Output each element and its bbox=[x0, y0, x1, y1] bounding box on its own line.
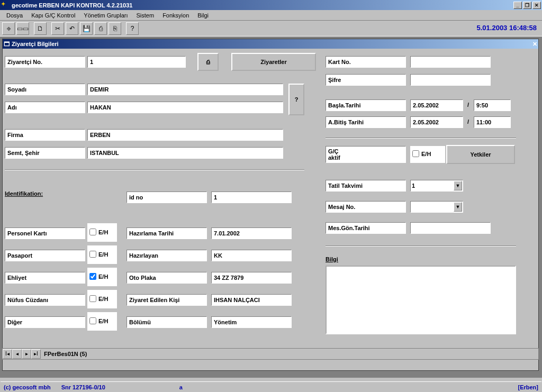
gc-eh[interactable]: E/H bbox=[410, 146, 445, 163]
workspace: 🗔 Ziyaretçi Bilgileri ✕ Ziyaretçi No. 1 … bbox=[0, 37, 542, 378]
diger-label: Diğer bbox=[5, 316, 85, 328]
hazirlama-field[interactable]: 7.01.2002 bbox=[211, 227, 292, 239]
mesgon-label: Mes.Gön.Tarihi bbox=[326, 222, 406, 234]
menu-dosya[interactable]: Dosya bbox=[2, 11, 27, 20]
form-area: Ziyaretçi No. 1 ⎙ Ziyaretler Soyadı DEMI… bbox=[3, 49, 538, 370]
child-window: 🗔 Ziyaretçi Bilgileri ✕ Ziyaretçi No. 1 … bbox=[2, 39, 539, 371]
soyadi-field[interactable]: DEMIR bbox=[87, 84, 283, 95]
tatil-combo[interactable]: 1▼ bbox=[410, 180, 463, 192]
title-bar: ✦ gecotime ERBEN KAPI KONTROL 4.2.21031 … bbox=[0, 0, 542, 10]
save-icon[interactable]: 💾 bbox=[80, 22, 93, 35]
bitis-time-field[interactable]: 11:00 bbox=[474, 116, 511, 128]
chevron-down-icon-2[interactable]: ▼ bbox=[454, 202, 462, 212]
hazirlayan-label: Hazırlayan bbox=[127, 250, 207, 261]
nufus-label: Nüfus Cüzdanı bbox=[5, 294, 85, 306]
child-close-button[interactable]: ✕ bbox=[532, 41, 537, 48]
lookup-button[interactable]: ? bbox=[288, 84, 304, 115]
slash-icon: / bbox=[467, 102, 469, 108]
status-bar: (c) gecosoft mbh Snr 127196-0/10 a [Erbe… bbox=[1, 381, 541, 392]
gcaktif-label: G/Ç aktif bbox=[326, 146, 406, 163]
sifre-field[interactable] bbox=[410, 74, 491, 86]
ehliyet-checkbox[interactable] bbox=[89, 273, 96, 280]
next-record-button[interactable]: ▸ bbox=[22, 349, 31, 359]
print-icon[interactable]: ⎙ bbox=[94, 22, 107, 35]
semt-field[interactable]: ISTANBUL bbox=[87, 147, 283, 159]
prev-record-button[interactable]: ◂ bbox=[12, 349, 22, 359]
toolbar: ⎆ ▭▭ 🗋 ✂ ↶ 💾 ⎙ ⎘ ? 5.01.2003 16:48:58 bbox=[0, 21, 542, 37]
yetkiler-button[interactable]: Yetkiler bbox=[446, 145, 515, 164]
nufus-eh[interactable]: E/H bbox=[87, 290, 117, 308]
last-record-button[interactable]: ▸І bbox=[31, 349, 41, 359]
mesgon-field[interactable] bbox=[410, 222, 491, 234]
bilgi-textarea[interactable] bbox=[326, 266, 516, 334]
personel-eh[interactable]: E/H bbox=[87, 223, 117, 242]
bilgi-label: Bilgi bbox=[326, 256, 338, 262]
nufus-checkbox[interactable] bbox=[89, 295, 96, 302]
gc-checkbox[interactable] bbox=[412, 150, 419, 157]
kartno-field[interactable] bbox=[410, 56, 491, 68]
first-record-button[interactable]: І◂ bbox=[3, 349, 12, 359]
record-navigator: І◂ ◂ ▸ ▸І FPerBes01N (5) bbox=[2, 348, 539, 360]
ziyaret-edilen-field[interactable]: IHSAN NALÇACI bbox=[211, 294, 292, 306]
pasaport-label: Pasaport bbox=[5, 250, 85, 261]
menu-fonksiyon[interactable]: Fonksyion bbox=[158, 11, 193, 20]
ziyaretci-no-field[interactable]: 1 bbox=[87, 56, 186, 68]
child-title: Ziyaretçi Bilgileri bbox=[12, 41, 532, 47]
status-erben: [Erben] bbox=[518, 384, 539, 390]
basla-time-field[interactable]: 9:50 bbox=[474, 99, 511, 111]
copyright-text: (c) gecosoft mbh bbox=[4, 384, 51, 390]
menu-kapi[interactable]: Kapı G/Ç Kontrol bbox=[27, 11, 79, 20]
ehliyet-label: Ehliyet bbox=[5, 272, 85, 284]
chevron-down-icon[interactable]: ▼ bbox=[454, 181, 462, 190]
form-icon[interactable]: ▭▭ bbox=[16, 22, 29, 35]
diger-checkbox[interactable] bbox=[89, 317, 96, 324]
menu-yonetim[interactable]: Yönetim Grupları bbox=[79, 11, 132, 20]
basla-date-field[interactable]: 2.05.2002 bbox=[410, 99, 463, 111]
cut-icon[interactable]: ✂ bbox=[51, 22, 64, 35]
idno-field[interactable]: 1 bbox=[211, 192, 292, 203]
mesajno-combo[interactable]: ▼ bbox=[410, 201, 463, 213]
bitis-date-field[interactable]: 2.05.2002 bbox=[410, 116, 463, 128]
ehliyet-eh[interactable]: E/H bbox=[87, 268, 117, 286]
ziyaret-edilen-label: Ziyaret Edilen Kişi bbox=[127, 294, 207, 306]
menu-bar: Dosya Kapı G/Ç Kontrol Yönetim Grupları … bbox=[0, 10, 542, 21]
app-icon: ✦ bbox=[1, 1, 10, 10]
ziyaretci-no-label: Ziyaretçi No. bbox=[5, 56, 85, 68]
personel-checkbox[interactable] bbox=[89, 229, 96, 235]
menu-bilgi[interactable]: Bilgi bbox=[193, 11, 213, 20]
mesajno-label: Mesaj No. bbox=[326, 201, 406, 213]
firma-field[interactable]: ERBEN bbox=[87, 129, 283, 141]
oto-label: Oto Plaka bbox=[127, 272, 207, 284]
ziyaretler-button[interactable]: Ziyaretler bbox=[231, 53, 316, 71]
pasaport-checkbox[interactable] bbox=[89, 251, 96, 258]
basla-label: Başla.Tarihi bbox=[326, 99, 406, 111]
undo-icon[interactable]: ↶ bbox=[66, 22, 78, 35]
bolumu-field[interactable]: Yönetim bbox=[211, 316, 292, 328]
menu-sistem[interactable]: Sistem bbox=[132, 11, 159, 20]
diger-eh[interactable]: E/H bbox=[87, 312, 117, 331]
identifikation-label: Identifikation: bbox=[5, 190, 43, 197]
status-a: a bbox=[179, 384, 183, 390]
adi-field[interactable]: HAKAN bbox=[87, 102, 283, 113]
child-title-bar: 🗔 Ziyaretçi Bilgileri ✕ bbox=[3, 39, 538, 49]
exit-icon[interactable]: ⎆ bbox=[2, 22, 15, 35]
sifre-label: Şifre bbox=[326, 74, 406, 86]
adi-label: Adı bbox=[5, 102, 85, 113]
pasaport-eh[interactable]: E/H bbox=[87, 245, 117, 264]
copy-icon[interactable]: ⎘ bbox=[109, 22, 121, 35]
hazirlayan-field[interactable]: KK bbox=[211, 250, 292, 261]
help-icon[interactable]: ? bbox=[126, 22, 139, 35]
print-button[interactable]: ⎙ bbox=[197, 53, 219, 71]
idno-label: id no bbox=[127, 192, 207, 203]
new-icon[interactable]: 🗋 bbox=[34, 22, 47, 35]
minimize-button[interactable]: _ bbox=[513, 2, 522, 9]
bolumu-label: Bölümü bbox=[127, 316, 207, 328]
maximize-button[interactable]: ❐ bbox=[523, 2, 531, 9]
oto-field[interactable]: 34 ZZ 7879 bbox=[211, 272, 292, 284]
record-label: FPerBes01N (5) bbox=[44, 351, 87, 357]
tatil-label: Tatil Takvimi bbox=[326, 180, 406, 192]
close-button[interactable]: ✕ bbox=[532, 2, 541, 9]
soyadi-label: Soyadı bbox=[5, 84, 85, 95]
doc-icon: 🗔 bbox=[4, 41, 10, 47]
firma-label: Firma bbox=[5, 129, 85, 141]
